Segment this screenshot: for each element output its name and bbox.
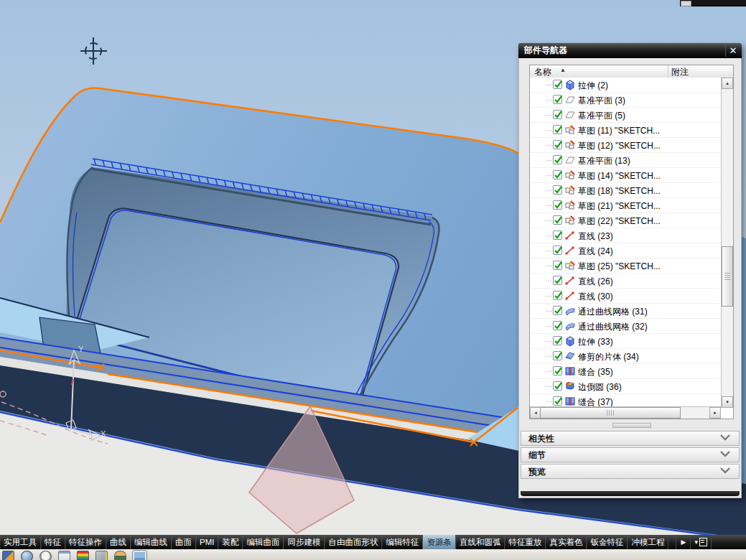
clock-icon[interactable] [39, 551, 52, 560]
tree-row[interactable]: 草图 (11) "SKETCH... [530, 123, 721, 138]
visibility-checkbox[interactable] [553, 291, 562, 300]
toolbar-tab-曲线[interactable]: 曲线 [106, 535, 131, 549]
tree-row[interactable]: 直线 (30) [530, 289, 721, 304]
visibility-checkbox[interactable] [553, 366, 562, 375]
horizontal-scroll-thumb[interactable] [540, 407, 681, 419]
toolbar-tab-自由曲面形状[interactable]: 自由曲面形状 [325, 535, 382, 549]
toolbar-tab-编辑曲面[interactable]: 编辑曲面 [243, 535, 284, 549]
tree-row[interactable]: 拉伸 (33) [530, 334, 721, 349]
tree-row[interactable]: 直线 (23) [530, 228, 721, 243]
toolbar-tab-曲面[interactable]: 曲面 [172, 535, 196, 549]
section-preview[interactable]: 预览 [521, 464, 740, 479]
book-icon[interactable] [2, 551, 14, 560]
chevron-down-icon[interactable] [720, 451, 730, 458]
visibility-checkbox[interactable] [553, 230, 562, 240]
tree-row[interactable]: 边倒圆 (36) [530, 379, 721, 394]
scroll-down-icon[interactable]: ▾ [722, 396, 733, 408]
visibility-checkbox[interactable] [553, 125, 562, 134]
visibility-checkbox[interactable] [553, 215, 562, 225]
toolbar-tab-装配[interactable]: 装配 [218, 535, 243, 549]
toolbar-tab-冲模工程[interactable]: 冲模工程 [628, 535, 668, 549]
visibility-checkbox[interactable] [553, 351, 562, 360]
tree-row[interactable]: 通过曲线网格 (32) [530, 319, 721, 334]
column-note[interactable]: 附注 [671, 66, 689, 78]
tree-row[interactable]: 修剪的片体 (34) [530, 349, 721, 364]
visibility-checkbox[interactable] [553, 381, 562, 391]
visibility-checkbox[interactable] [553, 185, 562, 195]
visibility-checkbox[interactable] [553, 110, 562, 119]
toolbar-tab-编辑曲线[interactable]: 编辑曲线 [131, 535, 172, 549]
tree-column-header[interactable]: 名称 ▲ 附注 [530, 65, 733, 78]
tree-row[interactable]: 草图 (18) "SKETCH... [530, 183, 721, 198]
sketch-icon [564, 169, 576, 181]
toolbar-options-button[interactable]: ▾ [691, 535, 712, 549]
tree-row[interactable]: 通过曲线网格 (31) [530, 304, 721, 319]
column-name[interactable]: 名称 [534, 66, 551, 78]
tree-row[interactable]: 拉伸 (2) [530, 78, 721, 93]
visibility-checkbox[interactable] [553, 140, 562, 149]
sort-ascending-icon[interactable]: ▲ [560, 67, 566, 73]
chevron-down-icon[interactable] [720, 434, 730, 442]
tree-row[interactable]: 基准平面 (3) [530, 93, 721, 108]
tree-row[interactable]: 草图 (25) "SKETCH... [530, 258, 721, 274]
visibility-checkbox[interactable] [553, 261, 562, 270]
people-icon[interactable] [114, 551, 126, 560]
toolbar-tab-特征操作[interactable]: 特征操作 [65, 535, 106, 549]
report-icon[interactable] [58, 551, 70, 560]
visibility-checkbox[interactable] [553, 321, 562, 330]
spectrum-icon[interactable] [77, 551, 89, 560]
toolbar-tab-特征重放[interactable]: 特征重放 [505, 535, 546, 549]
visibility-checkbox[interactable] [553, 155, 562, 164]
visibility-checkbox[interactable] [553, 396, 562, 406]
toolbar-tab-同步建模[interactable]: 同步建模 [284, 535, 325, 549]
toolbar-tab-真实着色[interactable]: 真实着色 [546, 535, 587, 549]
feature-label: 草图 (12) "SKETCH... [578, 140, 661, 152]
feature-label: 草图 (22) "SKETCH... [578, 215, 661, 228]
tree-row[interactable]: 草图 (12) "SKETCH... [530, 138, 721, 153]
titlebar-mini-button[interactable] [681, 1, 691, 6]
tree-row[interactable]: 草图 (14) "SKETCH... [530, 168, 721, 183]
truncated-tab[interactable] [668, 535, 676, 549]
scroll-up-icon[interactable]: ▴ [722, 78, 733, 89]
visibility-checkbox[interactable] [553, 200, 562, 210]
toolbar-tab-编辑特征[interactable]: 编辑特征 [382, 535, 423, 549]
visibility-checkbox[interactable] [553, 336, 562, 345]
tree-row[interactable]: 直线 (26) [530, 274, 721, 289]
section-details[interactable]: 细节 [521, 447, 740, 462]
visibility-checkbox[interactable] [553, 170, 562, 179]
tree-row[interactable]: 基准平面 (13) [530, 153, 721, 168]
sketch-icon [564, 139, 576, 151]
horizontal-scrollbar[interactable]: ◂ ▸ [530, 406, 721, 419]
visibility-checkbox[interactable] [553, 80, 562, 89]
toolbar-tab-直线和圆弧[interactable]: 直线和圆弧 [456, 535, 505, 549]
tree-row[interactable]: 直线 (24) [530, 243, 721, 258]
visibility-checkbox[interactable] [553, 306, 562, 315]
tree-row[interactable]: 基准平面 (5) [530, 108, 721, 123]
tree-row[interactable]: 草图 (22) "SKETCH... [530, 213, 721, 228]
line-icon [564, 230, 576, 241]
chevron-down-icon[interactable] [720, 467, 730, 475]
section-dependencies[interactable]: 相关性 [521, 431, 740, 446]
toolbar-tab-钣金特征[interactable]: 钣金特征 [587, 535, 628, 549]
tree-row[interactable]: 缝合 (35) [530, 364, 721, 379]
panel-splitter-handle[interactable] [612, 423, 651, 428]
feature-label: 草图 (21) "SKETCH... [578, 200, 661, 213]
sphere-icon[interactable] [21, 551, 33, 560]
tree-row[interactable]: 草图 (21) "SKETCH... [530, 198, 721, 213]
sparkle-icon[interactable] [95, 551, 108, 560]
toolbar-tab-资源条[interactable]: 资源条 [423, 535, 456, 549]
visibility-checkbox[interactable] [553, 276, 562, 285]
feature-label: 修剪的片体 (34) [578, 351, 639, 363]
vertical-scroll-thumb[interactable] [722, 246, 733, 307]
toolbar-tab-实用工具[interactable]: 实用工具 [0, 535, 41, 549]
scroll-right-icon[interactable]: ▸ [709, 407, 721, 419]
toolbar-tab-PMI[interactable]: PMI [196, 535, 218, 549]
visibility-checkbox[interactable] [553, 246, 562, 255]
visibility-checkbox[interactable] [553, 95, 562, 104]
close-icon[interactable]: ✕ [725, 45, 740, 57]
vertical-scrollbar[interactable]: ▴ ▾ [721, 78, 733, 408]
toolbar-tab-特征[interactable]: 特征 [41, 535, 65, 549]
picture-icon[interactable] [133, 551, 146, 560]
panel-titlebar[interactable]: 部件导航器 ✕ [518, 43, 742, 58]
toolbar-overflow-button[interactable]: ▶ [676, 535, 691, 549]
